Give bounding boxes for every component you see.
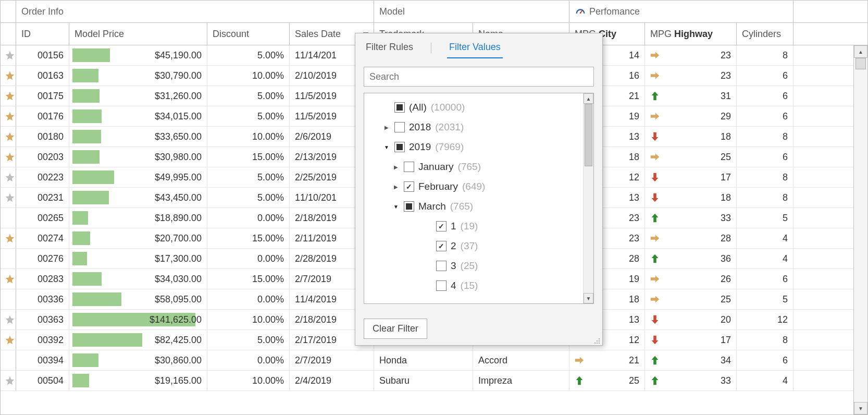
tree-label: 4	[451, 280, 456, 291]
checkbox[interactable]	[404, 201, 414, 212]
tree-scroll-down[interactable]: ▼	[584, 293, 593, 303]
tree-item[interactable]: 2 (37)	[367, 236, 590, 256]
row-blank	[1, 208, 16, 228]
price-value: $31,260.00	[155, 91, 202, 102]
caret-icon[interactable]	[383, 124, 390, 131]
checkbox[interactable]	[436, 221, 447, 231]
cell-cylinders: 6	[737, 269, 793, 289]
tree-scroll-thumb[interactable]	[585, 104, 592, 166]
mpg-city-value: 14	[629, 50, 639, 61]
trend-arrow-icon	[649, 50, 661, 61]
cell-discount: 5.00%	[207, 188, 290, 207]
cell-discount: 5.00%	[207, 330, 290, 350]
tree-item[interactable]: 3 (25)	[367, 256, 590, 276]
price-value: $45,190.00	[155, 50, 202, 61]
tree-label: January	[418, 161, 454, 173]
cell-mpg-highway: 29	[645, 106, 737, 126]
filter-popup: Filter Rules Filter Values (All) (10000)…	[355, 33, 603, 346]
resize-grip-icon[interactable]	[593, 336, 600, 343]
checkbox[interactable]	[436, 280, 447, 291]
checkbox[interactable]	[394, 102, 405, 113]
tree-count: (25)	[461, 260, 478, 272]
tab-filter-rules[interactable]: Filter Rules	[364, 38, 415, 58]
tree-scroll-track[interactable]	[584, 166, 593, 293]
checkbox[interactable]	[394, 122, 405, 132]
cell-price: $141,625.00	[69, 310, 207, 329]
tree-item[interactable]: 1 (19)	[367, 216, 590, 236]
clear-filter-button[interactable]: Clear Filter	[364, 319, 427, 339]
cell-cylinders: 5	[737, 208, 793, 228]
tree-label: 3	[451, 260, 456, 272]
mpg-hwy-value: 17	[721, 172, 731, 183]
vertical-scrollbar[interactable]: ▲ ▼	[853, 45, 867, 414]
cell-price: $18,890.00	[69, 208, 207, 228]
checkbox[interactable]	[436, 261, 447, 271]
cell-name: Accord	[473, 350, 569, 370]
svg-point-4	[594, 343, 596, 344]
cell-mpg-highway: 33	[645, 371, 737, 390]
trend-arrow-icon	[649, 70, 661, 81]
filter-tabs: Filter Rules Filter Values	[355, 33, 602, 58]
cell-trademark: Honda	[374, 350, 473, 370]
tree-scroll-up[interactable]: ▲	[584, 93, 593, 104]
scroll-track[interactable]	[854, 69, 867, 402]
cell-cylinders: 8	[737, 330, 793, 350]
cell-cylinders: 6	[737, 147, 793, 167]
tree-item[interactable]: 2018 (2031)	[367, 117, 590, 137]
row-blank	[1, 350, 16, 370]
tree-item[interactable]: February (649)	[367, 177, 590, 197]
discount-value: 10.00%	[252, 375, 284, 386]
cell-id: 00231	[16, 188, 69, 207]
checkbox[interactable]	[394, 142, 405, 152]
header-model-price[interactable]: Model Price	[69, 23, 207, 45]
cell-id: 00203	[16, 147, 69, 167]
mpg-hwy-value: 25	[721, 152, 731, 163]
table-row[interactable]: 00394$30,860.000.00%2/7/2019HondaAccord2…	[1, 350, 867, 371]
mpg-hwy-value: 33	[721, 375, 731, 386]
checkbox[interactable]	[404, 181, 414, 192]
header-mpg-highway[interactable]: MPG Highway	[645, 23, 737, 45]
cell-mpg-highway: 20	[645, 310, 737, 329]
group-order-info[interactable]: Order Info	[16, 1, 374, 22]
trend-arrow-icon	[649, 273, 661, 285]
tree-item[interactable]: March (765)	[367, 197, 590, 216]
filter-search-input[interactable]	[364, 67, 594, 87]
tree-label: 2019	[409, 141, 431, 153]
caret-icon[interactable]	[383, 143, 390, 151]
group-performance[interactable]: Perfomance	[569, 1, 793, 22]
tab-filter-values[interactable]: Filter Values	[447, 38, 503, 58]
trend-arrow-icon	[574, 355, 585, 366]
caret-icon[interactable]	[392, 183, 400, 190]
header-id[interactable]: ID	[16, 23, 69, 45]
cell-price: $34,030.00	[69, 269, 207, 289]
checkbox[interactable]	[436, 241, 447, 251]
tree-label: 2	[451, 240, 456, 252]
cell-price: $58,095.00	[69, 289, 207, 309]
discount-value: 5.00%	[257, 335, 284, 346]
cell-cylinders: 4	[737, 371, 793, 390]
tree-item[interactable]: 2019 (7969)	[367, 137, 590, 157]
discount-value: 0.00%	[257, 253, 284, 264]
scroll-thumb[interactable]	[855, 58, 866, 69]
header-discount[interactable]: Discount	[207, 23, 290, 45]
tree-item[interactable]: 4 (15)	[367, 276, 590, 296]
cell-mpg-highway: 18	[645, 188, 737, 207]
tree-item[interactable]: January (765)	[367, 157, 590, 177]
group-model[interactable]: Model	[374, 1, 569, 22]
scroll-down-button[interactable]: ▼	[854, 402, 867, 414]
header-blank	[1, 23, 16, 45]
price-bar	[72, 89, 100, 103]
tree-count: (649)	[462, 181, 485, 192]
caret-icon[interactable]	[392, 203, 400, 210]
svg-point-3	[599, 340, 600, 341]
tree-scrollbar[interactable]: ▲ ▼	[583, 93, 593, 303]
scroll-up-button[interactable]: ▲	[854, 45, 867, 58]
cell-id: 00176	[16, 106, 69, 126]
checkbox[interactable]	[404, 162, 414, 172]
tree-item[interactable]: (All) (10000)	[367, 97, 590, 117]
header-cylinders[interactable]: Cylinders	[737, 23, 793, 45]
cell-mpg-highway: 23	[645, 66, 737, 86]
caret-icon[interactable]	[392, 163, 400, 170]
table-row[interactable]: 00504$19,165.0010.00%2/4/2019SubaruImpre…	[1, 371, 867, 391]
cell-mpg-highway: 17	[645, 167, 737, 187]
